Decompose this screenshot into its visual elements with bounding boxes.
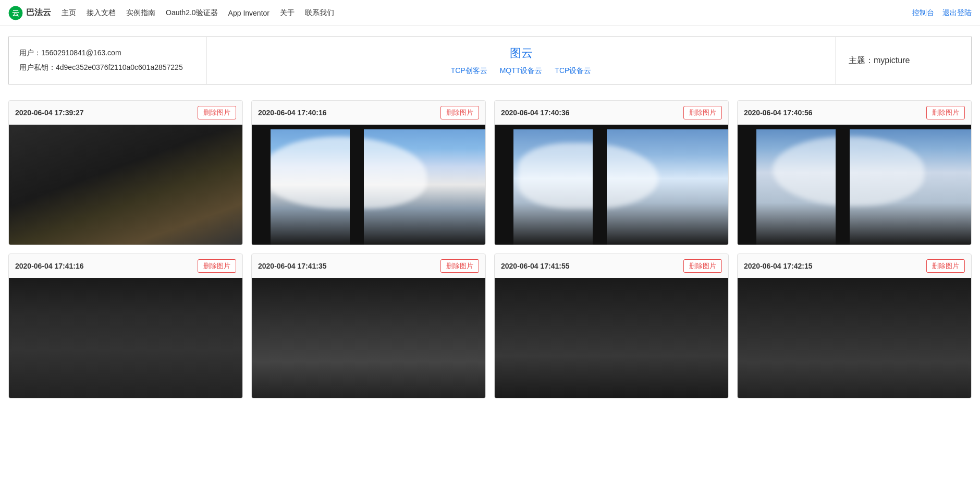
- timestamp: 2020-06-04 17:40:16: [258, 108, 327, 117]
- image-card-header: 2020-06-04 17:40:56 删除图片: [738, 101, 971, 125]
- image-card-header: 2020-06-04 17:41:35 删除图片: [252, 254, 485, 278]
- image-card: 2020-06-04 17:40:16 删除图片: [251, 100, 486, 245]
- image-card: 2020-06-04 17:40:56 删除图片: [737, 100, 972, 245]
- image-card-header: 2020-06-04 17:42:15 删除图片: [738, 254, 971, 278]
- image-placeholder: [9, 125, 242, 245]
- image-card-header: 2020-06-04 17:41:55 删除图片: [495, 254, 728, 278]
- image-card: 2020-06-04 17:39:27 删除图片: [8, 100, 243, 245]
- cloud-title: 图云: [510, 45, 533, 61]
- navbar: 云 巴法云 主页 接入文档 实例指南 Oauth2.0验证器 App Inven…: [0, 0, 980, 26]
- image-card: 2020-06-04 17:40:36 删除图片: [494, 100, 729, 245]
- cloud-box: 图云 TCP创客云 MQTT设备云 TCP设备云: [206, 37, 836, 84]
- image-card-header: 2020-06-04 17:39:27 删除图片: [9, 101, 242, 125]
- nav-contact[interactable]: 联系我们: [305, 8, 334, 18]
- timestamp: 2020-06-04 17:41:55: [501, 262, 570, 270]
- delete-button[interactable]: 删除图片: [683, 259, 722, 273]
- nav-right: 控制台 退出登陆: [912, 8, 972, 18]
- timestamp: 2020-06-04 17:42:15: [744, 262, 813, 270]
- delete-button[interactable]: 删除图片: [926, 106, 965, 119]
- nav-appinventor[interactable]: App Inventor: [228, 9, 270, 17]
- theme-label: 主题：: [849, 55, 874, 66]
- key-value: 4d9ec352e0376f2110a0c601a2857225: [56, 63, 183, 71]
- image-card-header: 2020-06-04 17:41:16 删除图片: [9, 254, 242, 278]
- image-placeholder: [252, 278, 485, 398]
- user-info-box: 用户：15602910841@163.com 用户私钥：4d9ec352e037…: [8, 37, 206, 84]
- logo-icon: 云: [8, 6, 23, 20]
- image-card: 2020-06-04 17:41:55 删除图片: [494, 253, 729, 399]
- image-placeholder: [495, 278, 728, 398]
- tcp-maker-link[interactable]: TCP创客云: [451, 66, 487, 76]
- nav-logout[interactable]: 退出登陆: [942, 8, 972, 18]
- image-placeholder: [738, 278, 971, 398]
- theme-box: 主题：mypicture: [836, 37, 972, 84]
- nav-links: 主页 接入文档 实例指南 Oauth2.0验证器 App Inventor 关于…: [62, 8, 912, 18]
- timestamp: 2020-06-04 17:39:27: [15, 108, 84, 117]
- user-value: 15602910841@163.com: [41, 49, 121, 57]
- image-placeholder: [252, 125, 485, 245]
- user-label: 用户：: [19, 49, 41, 57]
- image-placeholder: [495, 125, 728, 245]
- delete-button[interactable]: 删除图片: [440, 106, 479, 119]
- nav-examples[interactable]: 实例指南: [126, 8, 155, 18]
- gallery: 2020-06-04 17:39:27 删除图片 2020-06-04 17:4…: [0, 95, 980, 417]
- nav-docs[interactable]: 接入文档: [87, 8, 116, 18]
- nav-home[interactable]: 主页: [62, 8, 76, 18]
- delete-button[interactable]: 删除图片: [440, 259, 479, 273]
- delete-button[interactable]: 删除图片: [926, 259, 965, 273]
- image-card: 2020-06-04 17:41:35 删除图片: [251, 253, 486, 399]
- gallery-row-2: 2020-06-04 17:41:16 删除图片 2020-06-04 17:4…: [8, 253, 972, 399]
- nav-about[interactable]: 关于: [280, 8, 295, 18]
- image-placeholder: [738, 125, 971, 245]
- image-card: 2020-06-04 17:41:16 删除图片: [8, 253, 243, 399]
- theme-value: mypicture: [874, 56, 910, 65]
- svg-text:云: 云: [12, 9, 19, 17]
- nav-oauth[interactable]: Oauth2.0验证器: [166, 8, 218, 18]
- key-row: 用户私钥：4d9ec352e0376f2110a0c601a2857225: [19, 60, 195, 75]
- user-row: 用户：15602910841@163.com: [19, 45, 195, 60]
- timestamp: 2020-06-04 17:41:16: [15, 262, 84, 270]
- timestamp: 2020-06-04 17:40:36: [501, 108, 570, 117]
- tcp-device-link[interactable]: TCP设备云: [555, 66, 591, 76]
- timestamp: 2020-06-04 17:40:56: [744, 108, 813, 117]
- delete-button[interactable]: 删除图片: [198, 106, 236, 119]
- delete-button[interactable]: 删除图片: [683, 106, 722, 119]
- nav-console[interactable]: 控制台: [912, 8, 934, 18]
- key-label: 用户私钥：: [19, 63, 56, 71]
- delete-button[interactable]: 删除图片: [198, 259, 236, 273]
- logo-link[interactable]: 云 巴法云: [8, 6, 51, 20]
- image-placeholder: [9, 278, 242, 398]
- image-card-header: 2020-06-04 17:40:16 删除图片: [252, 101, 485, 125]
- image-card-header: 2020-06-04 17:40:36 删除图片: [495, 101, 728, 125]
- gallery-row-1: 2020-06-04 17:39:27 删除图片 2020-06-04 17:4…: [8, 100, 972, 245]
- logo-text: 巴法云: [26, 7, 51, 18]
- cloud-links: TCP创客云 MQTT设备云 TCP设备云: [451, 66, 592, 76]
- image-card: 2020-06-04 17:42:15 删除图片: [737, 253, 972, 399]
- timestamp: 2020-06-04 17:41:35: [258, 262, 327, 270]
- info-section: 用户：15602910841@163.com 用户私钥：4d9ec352e037…: [0, 26, 980, 95]
- mqtt-link[interactable]: MQTT设备云: [500, 66, 543, 76]
